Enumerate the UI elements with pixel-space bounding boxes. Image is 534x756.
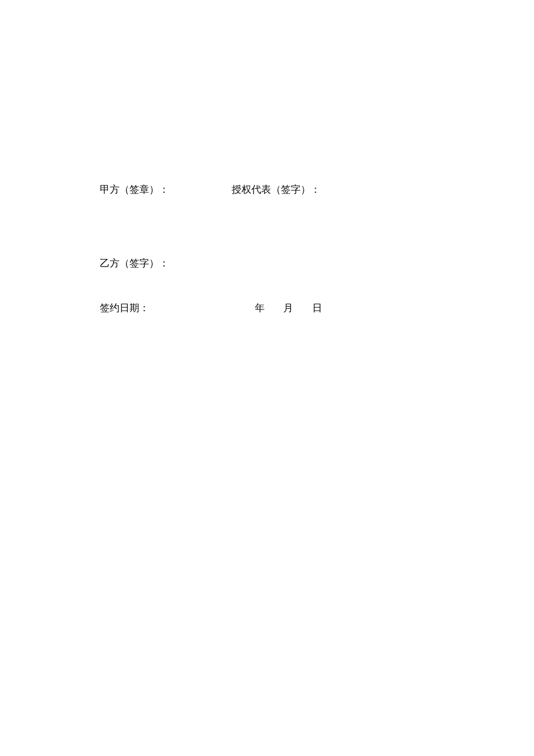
party-a-line: 甲方（签章）： 授权代表（签字）： <box>100 185 434 195</box>
party-b-sign-label: 乙方（签字）： <box>100 258 169 269</box>
day-label: 日 <box>312 303 322 313</box>
party-a-seal-label: 甲方（签章）： <box>100 185 169 195</box>
date-line: 签约日期： 年 月 日 <box>100 303 434 313</box>
party-b-line: 乙方（签字）： <box>100 258 434 268</box>
authorized-rep-label: 授权代表（签字）： <box>232 185 320 195</box>
date-fields: 年 月 日 <box>255 303 322 313</box>
month-label: 月 <box>283 303 293 313</box>
sign-date-label: 签约日期： <box>100 303 149 313</box>
document-page: 甲方（签章）： 授权代表（签字）： 乙方（签字）： 签约日期： 年 月 日 <box>0 0 534 313</box>
year-label: 年 <box>255 303 265 313</box>
